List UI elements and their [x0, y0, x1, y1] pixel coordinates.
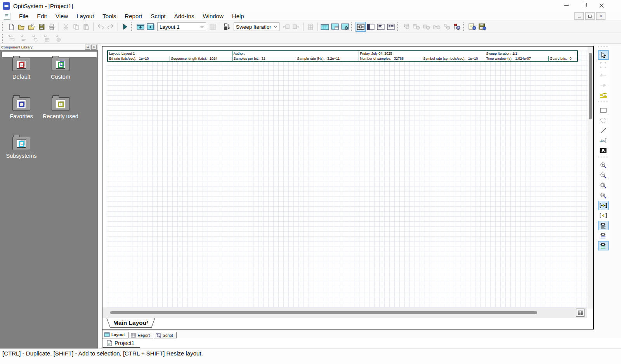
menu-report[interactable]: Report: [120, 12, 146, 20]
open-folder-icon: [18, 24, 25, 30]
zoom-in-icon: [600, 162, 607, 169]
status-text: [CTRL] - Duplicate, [SHIFT] - Add to sel…: [2, 350, 203, 357]
mdi-minimize-button[interactable]: [574, 12, 584, 20]
menu-addins[interactable]: Add-Ins: [170, 12, 199, 20]
outline-view-button[interactable]: [376, 22, 386, 32]
calculate-play-button[interactable]: [120, 22, 130, 32]
tab-report[interactable]: Report: [128, 332, 153, 338]
split-view-button[interactable]: [366, 22, 376, 32]
component-library-panel: Default Custom Favorites Recently used S…: [0, 50, 98, 348]
menu-layout[interactable]: Layout: [72, 12, 98, 20]
duplicate-layout-button[interactable]: [146, 22, 156, 32]
mdi-close-button[interactable]: ×: [596, 12, 605, 20]
tab-script[interactable]: Script: [154, 332, 177, 338]
new-layout-button[interactable]: [135, 22, 146, 32]
layout-selector[interactable]: Layout 1: [157, 22, 206, 31]
menu-window[interactable]: Window: [198, 12, 227, 20]
folder-favorites[interactable]: Favorites: [4, 97, 39, 119]
component-properties-button[interactable]: [452, 22, 462, 32]
component-labels-icon: [600, 223, 607, 229]
script-editor-button[interactable]: [340, 22, 350, 32]
minimize-button[interactable]: [558, 0, 575, 12]
save-button[interactable]: [36, 22, 47, 32]
tab-project1[interactable]: Project1: [103, 339, 140, 348]
app-icon: [3, 2, 10, 10]
save-results-button[interactable]: [477, 22, 487, 32]
import-project-button[interactable]: [26, 22, 36, 32]
project-tab-strip: Project1: [102, 339, 621, 348]
region-select-tool: [598, 60, 609, 70]
folder-subsystems[interactable]: Subsystems: [2, 137, 41, 159]
zoom-page-tool[interactable]: [598, 181, 609, 190]
folder-default[interactable]: Default: [4, 58, 39, 80]
restore-button[interactable]: [575, 0, 593, 12]
line-tool[interactable]: [598, 126, 609, 135]
layout-editor-icon: [321, 23, 329, 31]
toolbar-drag-handle[interactable]: [397, 22, 399, 31]
menu-script[interactable]: Script: [146, 12, 170, 20]
palette-drag-handle[interactable]: [598, 47, 608, 49]
report-notes-button[interactable]: [467, 22, 477, 32]
close-button[interactable]: [593, 0, 610, 12]
show-ports-tool[interactable]: [598, 231, 609, 240]
select-tool[interactable]: [598, 50, 609, 60]
grid-settings-button[interactable]: [576, 309, 585, 317]
folder-label: Recently used: [38, 113, 83, 119]
folder-icon-recently-used: [52, 97, 69, 110]
rectangle-tool[interactable]: [598, 105, 609, 115]
layout-canvas[interactable]: Layout: Layout 1 Author: Friday, July 04…: [107, 50, 590, 307]
new-file-icon: [8, 24, 15, 30]
tab-layout[interactable]: Layout: [102, 331, 128, 338]
wire-tool[interactable]: [598, 91, 609, 100]
mdi-restore-button[interactable]: [585, 12, 595, 20]
panel-pin-button[interactable]: ⊡: [85, 45, 90, 50]
zoom-out-tool[interactable]: [598, 171, 609, 180]
folder-recently-used[interactable]: Recently used: [38, 97, 83, 119]
menu-view[interactable]: View: [51, 12, 72, 20]
print-button[interactable]: [47, 22, 57, 32]
info-bit-rate: Bit rate (bits/sec):1e+10: [108, 56, 170, 62]
detail-view-icon: [387, 24, 395, 30]
panel-close-button[interactable]: x: [91, 45, 97, 50]
ellipse-tool[interactable]: [598, 116, 609, 125]
vertical-scrollbar[interactable]: [588, 47, 593, 309]
autoconnect-off-tool[interactable]: [598, 211, 609, 220]
report-editor-button[interactable]: [330, 22, 340, 32]
palette-separator: [598, 157, 608, 159]
ellipse-icon: [600, 117, 607, 123]
zoom-in-tool[interactable]: [598, 160, 609, 170]
toolbar-drag-handle[interactable]: [2, 34, 4, 43]
sweep-selector[interactable]: Sweep Iteration: [234, 22, 279, 31]
new-project-button[interactable]: [6, 22, 16, 32]
show-signal-flow-tool[interactable]: [598, 241, 609, 250]
component-help-icon: ?: [54, 35, 63, 42]
zoom-actual-tool[interactable]: 1:1: [598, 191, 609, 200]
menu-help[interactable]: Help: [228, 12, 248, 20]
sweep-mode-button[interactable]: [222, 22, 232, 32]
toolbar-drag-handle[interactable]: [351, 22, 354, 31]
folder-custom[interactable]: Custom: [40, 58, 81, 80]
menu-file[interactable]: File: [15, 12, 33, 20]
menu-tools[interactable]: Tools: [98, 12, 120, 20]
vertical-scrollbar-thumb[interactable]: [589, 53, 592, 119]
image-tool[interactable]: [598, 146, 609, 155]
component-description-tool: [18, 34, 29, 43]
open-project-button[interactable]: [16, 22, 26, 32]
layout-editor-button[interactable]: [320, 22, 330, 32]
show-labels-tool[interactable]: [598, 221, 609, 230]
detail-view-button[interactable]: [386, 22, 396, 32]
component-view-button[interactable]: [356, 22, 366, 32]
main-layout-tab[interactable]: Main Layout: [111, 318, 151, 328]
text-tool[interactable]: abc: [598, 136, 609, 145]
autoconnect-on-tool[interactable]: [598, 201, 609, 210]
toolbar-drag-handle[interactable]: [131, 22, 134, 31]
toolbar-drag-handle[interactable]: [2, 22, 4, 31]
component-view-icon: [357, 24, 364, 30]
redo-icon: [107, 24, 114, 29]
menu-edit[interactable]: Edit: [33, 12, 51, 20]
undo-icon: [97, 24, 104, 29]
close-icon: [599, 3, 604, 8]
horizontal-scrollbar-thumb[interactable]: [110, 311, 537, 314]
toolbar-drag-handle[interactable]: [463, 22, 465, 31]
component-library-header[interactable]: Component Library ⊡ x: [0, 44, 98, 50]
